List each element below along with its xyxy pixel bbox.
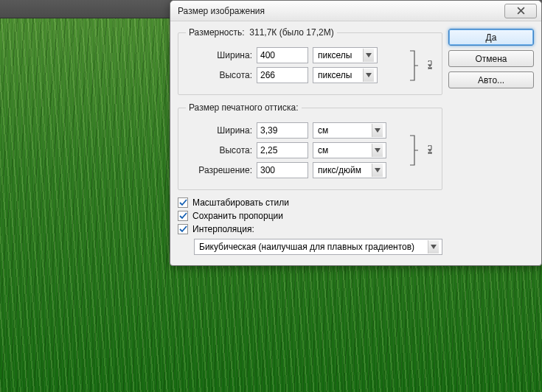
- height-label: Высота:: [186, 70, 252, 80]
- pixel-dimensions-group: Размерность: 311,7К (было 17,2M) Ширина:…: [178, 27, 442, 95]
- width-label: Ширина:: [186, 50, 252, 60]
- resample-method-select[interactable]: Бикубическая (наилучшая для плавных град…: [194, 239, 442, 255]
- ok-button[interactable]: Да: [448, 29, 534, 46]
- chevron-down-icon: [372, 164, 383, 177]
- resolution-input[interactable]: [257, 162, 308, 178]
- scale-styles-label: Масштабировать стили: [192, 197, 289, 208]
- pixel-height-unit-select[interactable]: пикселы: [313, 67, 378, 83]
- doc-height-label: Высота:: [186, 145, 252, 155]
- chevron-down-icon: [372, 124, 383, 137]
- chevron-down-icon: [363, 69, 374, 82]
- doc-width-unit-select[interactable]: см: [313, 122, 386, 139]
- close-button[interactable]: [504, 4, 537, 18]
- scale-styles-checkbox[interactable]: [178, 197, 188, 208]
- doc-height-unit-select[interactable]: см: [313, 142, 386, 158]
- constrain-proportions-label: Сохранить пропорции: [192, 211, 283, 221]
- document-size-group: Размер печатного оттиска: Ширина: см: [178, 102, 442, 190]
- image-size-dialog: Размер изображения Размерность: 311,7К (…: [170, 0, 542, 266]
- dialog-title: Размер изображения: [178, 6, 265, 16]
- doc-width-label: Ширина:: [186, 125, 252, 136]
- resample-label: Интерполяция:: [192, 224, 254, 234]
- dialog-titlebar: Размер изображения: [170, 1, 541, 21]
- pixel-dimensions-legend: Размерность: 311,7К (было 17,2M): [186, 27, 337, 38]
- check-icon: [179, 199, 187, 207]
- pixel-height-input[interactable]: [257, 67, 308, 83]
- constrain-bracket-icon: [409, 48, 419, 83]
- cancel-button[interactable]: Отмена: [448, 50, 534, 67]
- pixel-width-unit-select[interactable]: пикселы: [313, 47, 378, 63]
- doc-height-input[interactable]: [257, 142, 308, 158]
- chevron-down-icon: [428, 240, 439, 253]
- resolution-unit-select[interactable]: пикс/дюйм: [313, 162, 386, 178]
- auto-button[interactable]: Авто...: [448, 71, 534, 88]
- doc-width-input[interactable]: [257, 122, 308, 139]
- check-icon: [179, 212, 187, 220]
- document-size-legend: Размер печатного оттиска:: [186, 102, 302, 113]
- constrain-proportions-checkbox[interactable]: [178, 211, 188, 221]
- resample-checkbox[interactable]: [178, 224, 188, 234]
- chevron-down-icon: [363, 49, 374, 62]
- chevron-down-icon: [372, 144, 383, 157]
- constrain-bracket-icon: [409, 133, 419, 168]
- close-icon: [517, 7, 525, 15]
- resolution-label: Разрешение:: [186, 165, 252, 175]
- check-icon: [179, 225, 187, 234]
- link-icon: [425, 60, 434, 71]
- pixel-width-input[interactable]: [257, 47, 308, 63]
- link-icon: [425, 145, 434, 155]
